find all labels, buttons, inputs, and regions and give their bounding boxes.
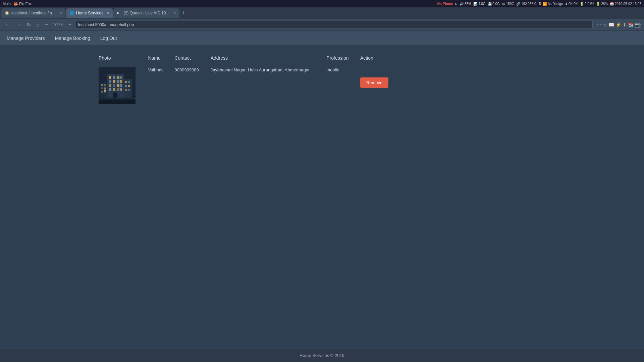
cpu-indicator: 💾 0.0G bbox=[488, 2, 500, 6]
svg-rect-4 bbox=[109, 76, 111, 79]
svg-rect-32 bbox=[104, 87, 106, 89]
zoom-level: 100% bbox=[52, 22, 65, 27]
svg-rect-29 bbox=[101, 84, 103, 86]
volume-indicator: 🔊 85% bbox=[460, 2, 471, 6]
col-address: Address bbox=[206, 52, 322, 64]
os-menu[interactable]: Main bbox=[3, 2, 11, 6]
os-bar-left: Main 🦊 FireFox bbox=[3, 2, 32, 6]
sync-icon[interactable]: ⚡ bbox=[615, 22, 621, 27]
provider-action: Remove bbox=[356, 64, 396, 108]
os-bar: Main 🦊 FireFox No Phone ▶ 🔊 85% 📊 4.8G 💾… bbox=[0, 0, 644, 7]
disk-indicator: ⬇ 0K 0K bbox=[565, 2, 578, 6]
reload-button[interactable]: ↻ bbox=[25, 21, 33, 28]
svg-rect-13 bbox=[113, 84, 115, 87]
col-name: Name bbox=[143, 52, 170, 64]
provider-contact: 9090909089 bbox=[170, 64, 206, 108]
svg-rect-10 bbox=[117, 80, 119, 83]
svg-rect-31 bbox=[101, 87, 103, 89]
svg-rect-15 bbox=[120, 84, 122, 87]
forward-button[interactable]: → bbox=[14, 21, 23, 28]
table-row: Vaibhav 9090909089 Jaybhavani Nagar, Hel… bbox=[94, 64, 396, 108]
svg-rect-11 bbox=[120, 80, 122, 83]
reader-icon[interactable]: 📖 bbox=[608, 22, 614, 27]
download-icon[interactable]: ⬇ bbox=[623, 22, 627, 27]
browser-tab-2[interactable]: 🌐 Home Services × bbox=[66, 8, 113, 18]
svg-rect-8 bbox=[109, 80, 111, 83]
manage-booking-link[interactable]: Manage Booking bbox=[55, 36, 90, 41]
os-app: 🦊 FireFox bbox=[13, 2, 32, 6]
battery2-indicator: 🔋 28% bbox=[596, 2, 608, 6]
logout-link[interactable]: Log Out bbox=[100, 36, 117, 41]
bookmark-icon[interactable]: ☆ bbox=[603, 22, 607, 27]
os-bar-right: No Phone ▶ 🔊 85% 📊 4.8G 💾 0.0G 🖥 159G 🔗 … bbox=[437, 2, 641, 6]
provider-name: Vaibhav bbox=[143, 64, 170, 108]
zoom-out-button[interactable]: − bbox=[43, 21, 50, 28]
svg-rect-16 bbox=[109, 88, 111, 91]
ram-indicator: 📊 4.8G bbox=[473, 2, 485, 6]
battery-indicator: 🔋 2.01% bbox=[580, 2, 594, 6]
svg-rect-14 bbox=[117, 84, 119, 87]
footer-text: Home Services © 2019 bbox=[300, 353, 344, 358]
wifi-indicator: 📶 As Design bbox=[543, 2, 563, 6]
tab-bar: 🏠 localhost / localhost / s… × 🌐 Home Se… bbox=[0, 7, 644, 19]
svg-rect-27 bbox=[128, 89, 130, 91]
svg-rect-9 bbox=[113, 80, 115, 83]
browser-tab-3[interactable]: ▶ (2) Queen - Live AID 19… × bbox=[113, 8, 179, 18]
tab1-favicon: 🏠 bbox=[5, 11, 9, 15]
svg-rect-33 bbox=[101, 91, 103, 93]
providers-table: Photo Name Contact Address Profession Ac… bbox=[94, 52, 396, 108]
svg-rect-19 bbox=[120, 88, 122, 91]
address-bar[interactable] bbox=[75, 21, 593, 29]
app-navbar: Manage Providers Manage Booking Log Out bbox=[0, 31, 644, 45]
provider-profession: mobile bbox=[322, 64, 356, 108]
tab3-label: (2) Queen - Live AID 19… bbox=[123, 11, 170, 15]
svg-rect-25 bbox=[128, 85, 130, 87]
svg-rect-12 bbox=[109, 84, 111, 87]
manage-providers-link[interactable]: Manage Providers bbox=[7, 36, 45, 41]
home-button[interactable]: ⌂ bbox=[35, 21, 41, 28]
main-content: Photo Name Contact Address Profession Ac… bbox=[0, 45, 644, 114]
nav-icons: ⋯ ☆ 📖 ⚡ ⬇ 📚 📷 bbox=[597, 22, 641, 27]
no-phone-indicator: No Phone bbox=[437, 2, 453, 6]
tab1-label: localhost / localhost / s… bbox=[11, 11, 56, 15]
svg-rect-20 bbox=[113, 93, 117, 98]
net-indicator: 🖥 159G bbox=[502, 2, 514, 6]
menu-icon[interactable]: ⋯ bbox=[597, 22, 601, 27]
svg-rect-23 bbox=[128, 81, 130, 83]
datetime-indicator: 📅 2019-05-02 13:08 bbox=[610, 2, 641, 6]
provider-photo bbox=[99, 67, 136, 104]
svg-rect-17 bbox=[113, 88, 115, 91]
browser-tab-1[interactable]: 🏠 localhost / localhost / s… × bbox=[1, 8, 65, 18]
svg-rect-6 bbox=[117, 76, 119, 79]
provider-photo-cell bbox=[94, 64, 143, 108]
provider-address: Jaybhavani Nagar, Hello Aurangabad, Ahme… bbox=[206, 64, 322, 108]
svg-rect-18 bbox=[117, 88, 119, 91]
nav-bar: ← → ↻ ⌂ − 100% + ⋯ ☆ 📖 ⚡ ⬇ 📚 📷 bbox=[0, 19, 644, 31]
svg-rect-35 bbox=[105, 91, 105, 98]
os-arrow: ▶ bbox=[455, 2, 458, 6]
tab2-label: Home Services bbox=[76, 11, 103, 15]
col-photo: Photo bbox=[94, 52, 143, 64]
svg-rect-22 bbox=[125, 81, 127, 83]
svg-rect-26 bbox=[125, 89, 127, 91]
library-icon[interactable]: 📚 bbox=[628, 22, 634, 27]
back-button[interactable]: ← bbox=[3, 21, 12, 28]
tab2-close[interactable]: × bbox=[107, 10, 109, 16]
col-action: Action bbox=[356, 52, 396, 64]
zoom-in-button[interactable]: + bbox=[67, 21, 73, 28]
new-tab-button[interactable]: + bbox=[180, 10, 188, 17]
tab3-favicon: ▶ bbox=[117, 11, 121, 15]
svg-rect-5 bbox=[113, 76, 115, 79]
footer: Home Services © 2019 bbox=[0, 349, 644, 362]
svg-rect-24 bbox=[125, 85, 127, 87]
col-profession: Profession bbox=[322, 52, 356, 64]
browser-chrome: 🏠 localhost / localhost / s… × 🌐 Home Se… bbox=[0, 7, 644, 31]
tab2-favicon: 🌐 bbox=[69, 11, 74, 15]
col-contact: Contact bbox=[170, 52, 206, 64]
tab1-close[interactable]: × bbox=[59, 10, 62, 16]
screenshot-icon[interactable]: 📷 bbox=[635, 22, 641, 27]
svg-rect-30 bbox=[104, 84, 106, 86]
tab3-close[interactable]: × bbox=[173, 10, 176, 16]
remove-button[interactable]: Remove bbox=[360, 77, 388, 88]
svg-rect-7 bbox=[120, 76, 122, 79]
